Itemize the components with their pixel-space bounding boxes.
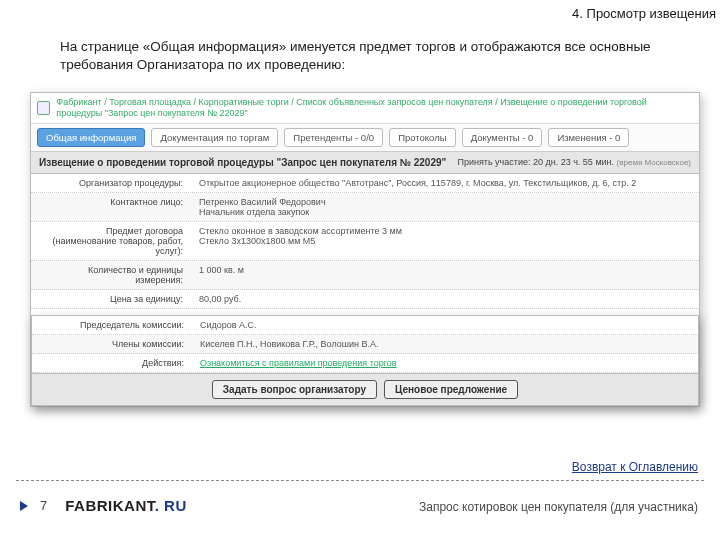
price-offer-button[interactable]: Ценовое предложение — [384, 380, 518, 399]
notice-title: Извещение о проведении торговой процедур… — [39, 157, 446, 168]
tab-applicants[interactable]: Претенденты - 0/0 — [284, 128, 383, 147]
intro-text: На странице «Общая информация» именуется… — [60, 38, 690, 74]
value-actions[interactable]: Ознакомиться с правилами проведения торг… — [192, 354, 698, 372]
tab-general-info[interactable]: Общая информация — [37, 128, 145, 147]
label-actions: Действия: — [32, 354, 192, 372]
logo: FABRIKANT. RU — [65, 497, 187, 514]
breadcrumb: Фабрикант / Торговая площадка / Корпорат… — [56, 97, 693, 119]
footer-left: 7 FABRIKANT. RU — [20, 497, 187, 514]
footer-divider — [16, 480, 704, 481]
tab-bar: Общая информация Документация по торгам … — [31, 124, 699, 152]
value-subject: Стекло оконное в заводском ассортименте … — [191, 222, 699, 260]
logo-domain: . RU — [155, 497, 187, 514]
tab-changes[interactable]: Изменения - 0 — [548, 128, 629, 147]
deadline-text: Принять участие: 20 дн. 23 ч. 55 мин. — [457, 157, 614, 167]
label-subject: Предмет договора (наименование товаров, … — [31, 222, 191, 260]
value-chairman: Сидоров А.С. — [192, 316, 698, 334]
subject-bold: Стекло оконное в заводском ассортименте … — [199, 226, 402, 236]
footer-caption: Запрос котировок цен покупателя (для уча… — [419, 500, 698, 514]
label-price: Цена за единицу: — [31, 290, 191, 308]
section-title: 4. Просмотр извещения — [572, 6, 716, 21]
tab-docs[interactable]: Документация по торгам — [151, 128, 278, 147]
action-buttons-row: Задать вопрос организатору Ценовое предл… — [32, 373, 698, 405]
value-qty: 1 000 кв. м — [191, 261, 699, 289]
label-organizer: Организатор процедуры: — [31, 174, 191, 192]
value-contact: Петренко Василий Федорович Начальник отд… — [191, 193, 699, 221]
app-screenshot: Фабрикант / Торговая площадка / Корпорат… — [30, 92, 700, 407]
value-members: Киселев П.Н., Новикова Г.Р., Волошин В.А… — [192, 335, 698, 353]
arrow-icon — [20, 501, 28, 511]
value-organizer: Открытое акционерное общество "Автотранс… — [191, 174, 699, 192]
subject-sub: Стекло 3х1300х1800 мм М5 — [199, 236, 315, 246]
ask-organizer-button[interactable]: Задать вопрос организатору — [212, 380, 377, 399]
info-table: Организатор процедуры:Открытое акционерн… — [31, 174, 699, 309]
return-to-toc-link[interactable]: Возврат к Оглавлению — [572, 460, 698, 474]
tab-protocols[interactable]: Протоколы — [389, 128, 455, 147]
logo-text: FABRIKANT — [65, 497, 155, 514]
lower-section: Председатель комиссии:Сидоров А.С. Члены… — [31, 315, 699, 406]
notice-deadline: Принять участие: 20 дн. 23 ч. 55 мин. (в… — [457, 157, 691, 167]
value-price: 80,00 руб. — [191, 290, 699, 308]
label-contact: Контактное лицо: — [31, 193, 191, 221]
breadcrumb-bar: Фабрикант / Торговая площадка / Корпорат… — [31, 93, 699, 124]
label-qty: Количество и единицы измерения: — [31, 261, 191, 289]
page-number: 7 — [40, 498, 47, 513]
tab-documents[interactable]: Документы - 0 — [462, 128, 543, 147]
label-chairman: Председатель комиссии: — [32, 316, 192, 334]
notice-header: Извещение о проведении торговой процедур… — [31, 152, 699, 174]
label-members: Члены комиссии: — [32, 335, 192, 353]
timezone-text: (время Московское) — [617, 158, 691, 167]
home-icon — [37, 101, 50, 115]
